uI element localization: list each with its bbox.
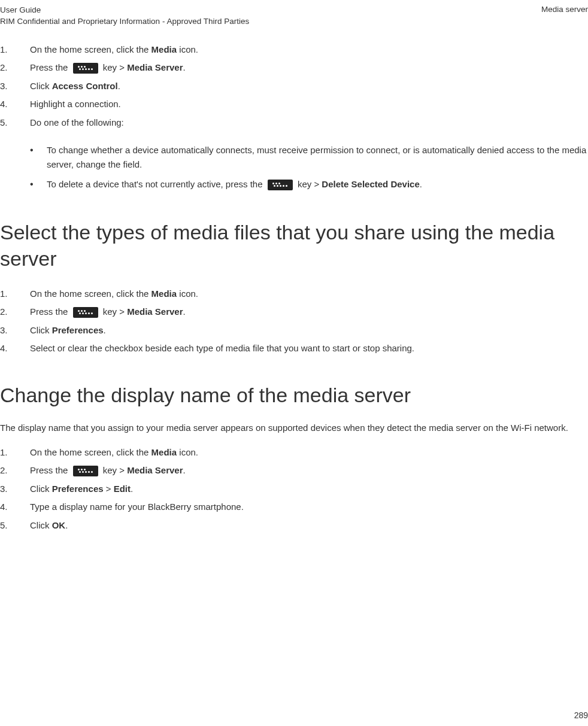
text: > <box>104 484 114 494</box>
text: . <box>183 465 186 475</box>
step-number: 4. <box>0 500 30 514</box>
procedure-list-2: 1. On the home screen, click the Media i… <box>0 285 588 358</box>
text: To delete a device that's not currently … <box>47 179 265 189</box>
list-item: 2. Press the key > Media Server. <box>0 303 588 321</box>
list-item: 2. Press the key > Media Server. <box>0 59 588 77</box>
blackberry-key-icon <box>73 307 98 318</box>
step-text: On the home screen, click the Media icon… <box>30 43 588 57</box>
step-text: Type a display name for your BlackBerry … <box>30 500 588 514</box>
blackberry-key-icon <box>73 466 98 476</box>
text: key > <box>295 179 322 189</box>
text: . <box>183 306 186 317</box>
text: . <box>420 179 422 189</box>
bullet-icon: • <box>30 143 47 171</box>
bold-text: Edit <box>114 484 131 494</box>
text: On the home screen, click the <box>30 288 151 299</box>
header-right: Media server <box>541 5 588 28</box>
guide-title: User Guide <box>0 5 249 16</box>
text: key > <box>101 62 128 72</box>
step-text: On the home screen, click the Media icon… <box>30 287 588 301</box>
blackberry-key-icon <box>268 180 293 190</box>
step-number: 4. <box>0 98 30 111</box>
list-item: 4. Type a display name for your BlackBer… <box>0 498 588 517</box>
text: . <box>131 484 133 494</box>
step-number: 2. <box>0 464 30 478</box>
intro-paragraph: The display name that you assign to your… <box>0 421 588 435</box>
blackberry-key-icon <box>73 63 98 74</box>
text: . <box>104 325 106 335</box>
text: . <box>118 81 120 91</box>
bullet-text: To change whether a device automatically… <box>47 143 588 171</box>
step-number: 1. <box>0 43 30 57</box>
list-item: 2. Press the key > Media Server. <box>0 461 588 480</box>
step-text: Click Preferences. <box>30 324 588 338</box>
list-item: 5. Do one of the following: <box>0 114 588 132</box>
step-text: Do one of the following: <box>30 116 588 130</box>
bold-text: Preferences <box>52 484 104 494</box>
bullet-icon: • <box>30 177 47 192</box>
text: Click <box>30 484 52 494</box>
step-text: Click Preferences > Edit. <box>30 482 588 496</box>
bold-text: Media Server <box>127 465 183 475</box>
list-item: 5. Click OK. <box>0 517 588 535</box>
text: Press the <box>30 465 71 475</box>
step-number: 3. <box>0 482 30 496</box>
confidential-notice: RIM Confidential and Proprietary Informa… <box>0 16 249 28</box>
step-number: 3. <box>0 324 30 338</box>
step-text: Highlight a connection. <box>30 98 588 111</box>
text: On the home screen, click the <box>30 447 151 457</box>
step-text: Press the key > Media Server. <box>30 61 588 75</box>
text: icon. <box>177 44 198 54</box>
step-number: 2. <box>0 305 30 319</box>
bullet-text: To delete a device that's not currently … <box>47 177 588 192</box>
list-item: 4. Highlight a connection. <box>0 95 588 114</box>
text: key > <box>101 465 128 475</box>
step-text: Press the key > Media Server. <box>30 464 588 478</box>
bold-text: Access Control <box>52 81 118 91</box>
text: Press the <box>30 62 71 72</box>
list-item: 1. On the home screen, click the Media i… <box>0 444 588 462</box>
text: icon. <box>177 288 198 299</box>
text: . <box>65 520 68 530</box>
bold-text: Preferences <box>52 325 104 335</box>
bold-text: Media <box>151 44 177 54</box>
bold-text: Media Server <box>127 306 183 317</box>
list-item: • To change whether a device automatical… <box>30 140 588 174</box>
list-item: 1. On the home screen, click the Media i… <box>0 41 588 59</box>
list-item: 3. Click Preferences > Edit. <box>0 480 588 499</box>
bold-text: Media <box>151 447 177 457</box>
heading-change-display-name: Change the display name of the media ser… <box>0 382 588 408</box>
text: key > <box>101 306 128 317</box>
step-number: 3. <box>0 80 30 93</box>
step-number: 5. <box>0 116 30 130</box>
step-number: 5. <box>0 519 30 533</box>
list-item: • To delete a device that's not currentl… <box>30 174 588 195</box>
list-item: 1. On the home screen, click the Media i… <box>0 285 588 303</box>
page-content: 1. On the home screen, click the Media i… <box>0 30 588 534</box>
step-number: 2. <box>0 61 30 75</box>
step-text: Click OK. <box>30 519 588 533</box>
text: On the home screen, click the <box>30 44 151 54</box>
step-text: Press the key > Media Server. <box>30 305 588 319</box>
step-text: Select or clear the checkbox beside each… <box>30 342 588 356</box>
text: Click <box>30 325 52 335</box>
procedure-list-1: 1. On the home screen, click the Media i… <box>0 41 588 132</box>
text: . <box>183 62 186 72</box>
page-header: User Guide RIM Confidential and Propriet… <box>0 0 588 30</box>
text: icon. <box>177 447 198 457</box>
heading-select-media-types: Select the types of media files that you… <box>0 219 588 272</box>
text: Click <box>30 520 52 530</box>
list-item: 3. Click Access Control. <box>0 77 588 96</box>
list-item: 4. Select or clear the checkbox beside e… <box>0 339 588 358</box>
step-text: Click Access Control. <box>30 80 588 93</box>
list-item: 3. Click Preferences. <box>0 321 588 340</box>
procedure-list-3: 1. On the home screen, click the Media i… <box>0 444 588 535</box>
step-number: 1. <box>0 287 30 301</box>
sub-bullet-list: • To change whether a device automatical… <box>30 140 588 195</box>
step-number: 4. <box>0 342 30 356</box>
bold-text: Media <box>151 288 177 299</box>
text: Click <box>30 81 52 91</box>
header-left: User Guide RIM Confidential and Propriet… <box>0 5 249 28</box>
step-text: On the home screen, click the Media icon… <box>30 446 588 460</box>
step-number: 1. <box>0 446 30 460</box>
